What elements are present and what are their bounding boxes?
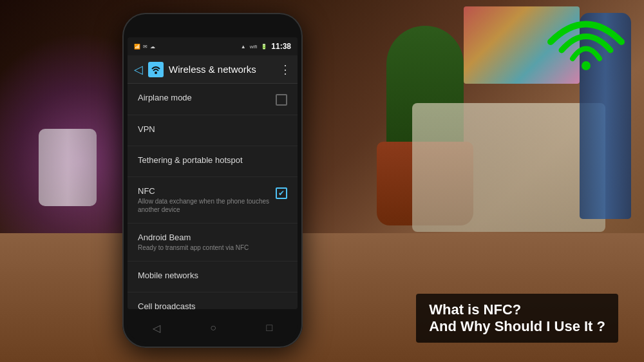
airplane-mode-checkbox[interactable] — [276, 94, 287, 106]
nfc-content: NFC Allow data exchange when the phone t… — [138, 186, 276, 214]
white-mug — [39, 129, 97, 206]
status-left-icons: 📶 ✉ ☁ — [134, 44, 155, 50]
cell-broadcasts-title: Cell broadcasts — [138, 301, 287, 309]
cell-broadcasts-content: Cell broadcasts Select the types of emer… — [138, 301, 287, 309]
settings-item-android-beam[interactable]: Android Beam Ready to transmit app conte… — [128, 224, 298, 262]
mobile-networks-title: Mobile networks — [138, 271, 287, 280]
nav-home-button[interactable]: ○ — [210, 322, 216, 334]
wifi-icon-large — [547, 13, 625, 71]
status-time: 11:38 — [271, 42, 291, 51]
settings-item-cell-broadcasts[interactable]: Cell broadcasts Select the types of emer… — [128, 292, 298, 309]
caption-line2: And Why Should I Use It ? — [429, 318, 605, 335]
envelope-icon: ✉ — [143, 44, 147, 50]
svg-point-0 — [582, 61, 591, 70]
app-bar-title: Wireless & networks — [169, 64, 274, 75]
app-bar: ◁ Wireless & networks ⋮ — [128, 55, 298, 84]
status-right-icons: ▲ wifi 🔋 11:38 — [241, 42, 291, 51]
android-beam-content: Android Beam Ready to transmit app conte… — [138, 233, 287, 252]
tethering-title: Tethering & portable hotspot — [138, 155, 287, 165]
notification-icon: ☁ — [150, 44, 155, 50]
keyboard — [412, 103, 605, 232]
vpn-title: VPN — [138, 124, 287, 134]
svg-point-1 — [155, 71, 157, 74]
nfc-checkbox[interactable]: ✔ — [276, 187, 287, 199]
settings-item-mobile-networks[interactable]: Mobile networks — [128, 262, 298, 292]
nav-recents-button[interactable]: □ — [267, 322, 273, 334]
phone-device: 📶 ✉ ☁ ▲ wifi 🔋 11:38 ◁ Wireless & ne — [122, 13, 303, 348]
more-options-button[interactable]: ⋮ — [279, 62, 291, 77]
mobile-networks-content: Mobile networks — [138, 271, 287, 280]
tethering-content: Tethering & portable hotspot — [138, 155, 287, 165]
settings-item-vpn[interactable]: VPN — [128, 115, 298, 146]
back-button[interactable]: ◁ — [134, 62, 143, 77]
phone-nav-bar: ◁ ○ □ — [128, 313, 298, 343]
nfc-caption-overlay: What is NFC? And Why Should I Use It ? — [416, 294, 618, 343]
nav-back-button[interactable]: ◁ — [153, 322, 160, 334]
android-beam-subtitle: Ready to transmit app content via NFC — [138, 243, 287, 252]
settings-item-nfc[interactable]: NFC Allow data exchange when the phone t… — [128, 177, 298, 224]
settings-item-airplane[interactable]: Airplane mode — [128, 84, 298, 115]
wifi-status-icon: wifi — [250, 44, 258, 50]
caption-line1: What is NFC? — [429, 301, 605, 318]
phone-screen: 📶 ✉ ☁ ▲ wifi 🔋 11:38 ◁ Wireless & ne — [128, 37, 298, 309]
airplane-mode-title: Airplane mode — [138, 93, 276, 102]
status-bar: 📶 ✉ ☁ ▲ wifi 🔋 11:38 — [128, 37, 298, 55]
android-beam-title: Android Beam — [138, 233, 287, 242]
nfc-title: NFC — [138, 186, 276, 196]
battery-icon: 🔋 — [261, 44, 267, 50]
signal-icon: ▲ — [241, 44, 246, 50]
settings-item-tethering[interactable]: Tethering & portable hotspot — [128, 146, 298, 177]
sim-icon: 📶 — [134, 44, 140, 50]
wireless-icon — [148, 62, 164, 77]
airplane-mode-content: Airplane mode — [138, 93, 276, 102]
nfc-subtitle: Allow data exchange when the phone touch… — [138, 197, 276, 214]
settings-list: Airplane mode VPN Tethering & portable h… — [128, 84, 298, 309]
vpn-content: VPN — [138, 124, 287, 134]
